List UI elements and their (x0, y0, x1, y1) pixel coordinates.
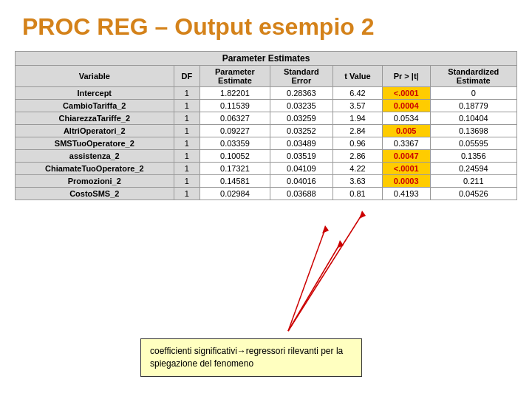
cell-variable: CostoSMS_2 (16, 188, 174, 200)
cell-stdest: 0.24594 (430, 163, 516, 175)
table-row: ChiamateTuoOperatore_2 1 0.17321 0.04109… (16, 163, 517, 175)
table-row: SMSTuoOperatore_2 1 0.03359 0.03489 0.96… (16, 137, 517, 150)
cell-param: 0.03359 (200, 137, 270, 150)
cell-variable: Intercept (16, 87, 174, 100)
page-title: PROC REG – Output esempio 2 (0, 0, 532, 48)
table-row: Intercept 1 1.82201 0.28363 6.42 <.0001 … (16, 87, 517, 100)
table-row: ChiarezzaTariffe_2 1 0.06327 0.03259 1.9… (16, 112, 517, 125)
cell-df: 1 (174, 150, 200, 163)
cell-tval: 6.42 (332, 87, 382, 100)
svg-line-2 (288, 244, 340, 331)
cell-param: 0.06327 (200, 112, 270, 125)
cell-variable: ChiarezzaTariffe_2 (16, 112, 174, 125)
cell-pval: <.0001 (382, 163, 430, 175)
cell-tval: 0.96 (332, 137, 382, 150)
cell-stdest: 0.211 (430, 175, 516, 188)
cell-stderr: 0.28363 (270, 87, 332, 100)
col-header-variable: Variable (16, 66, 174, 87)
cell-df: 1 (174, 163, 200, 175)
cell-param: 1.82201 (200, 87, 270, 100)
cell-df: 1 (174, 175, 200, 188)
cell-variable: CambioTariffa_2 (16, 100, 174, 112)
cell-pval: 0.0534 (382, 112, 430, 125)
cell-stdest: 0 (430, 87, 516, 100)
cell-param: 0.11539 (200, 100, 270, 112)
cell-variable: AltriOperatori_2 (16, 125, 174, 137)
cell-stderr: 0.03489 (270, 137, 332, 150)
col-header-pval: Pr > |t| (382, 66, 430, 87)
cell-pval: 0.0003 (382, 175, 430, 188)
cell-stderr: 0.03252 (270, 125, 332, 137)
cell-stderr: 0.03235 (270, 100, 332, 112)
svg-marker-5 (337, 240, 344, 248)
cell-param: 0.17321 (200, 163, 270, 175)
cell-tval: 3.57 (332, 100, 382, 112)
svg-line-1 (288, 214, 362, 331)
annotation-box: coefficienti significativi→regressori ri… (140, 338, 362, 377)
cell-tval: 2.84 (332, 125, 382, 137)
col-header-stdest: StandardizedEstimate (430, 66, 516, 87)
cell-pval: 0.4193 (382, 188, 430, 200)
cell-variable: ChiamateTuoOperatore_2 (16, 163, 174, 175)
cell-df: 1 (174, 188, 200, 200)
col-header-stderr: StandardError (270, 66, 332, 87)
cell-tval: 2.86 (332, 150, 382, 163)
cell-pval: 0.005 (382, 125, 430, 137)
cell-stdest: 0.04526 (430, 188, 516, 200)
svg-marker-4 (359, 211, 366, 219)
cell-param: 0.14581 (200, 175, 270, 188)
cell-stderr: 0.03259 (270, 112, 332, 125)
cell-stdest: 0.18779 (430, 100, 516, 112)
cell-df: 1 (174, 100, 200, 112)
cell-variable: assistenza_2 (16, 150, 174, 163)
col-header-tval: t Value (332, 66, 382, 87)
table-row: CambioTariffa_2 1 0.11539 0.03235 3.57 0… (16, 100, 517, 112)
cell-tval: 1.94 (332, 112, 382, 125)
cell-stderr: 0.04016 (270, 175, 332, 188)
table-super-header: Parameter Estimates (16, 52, 517, 66)
cell-df: 1 (174, 87, 200, 100)
cell-stdest: 0.05595 (430, 137, 516, 150)
svg-line-0 (288, 229, 325, 331)
parameter-estimates-table: Parameter Estimates Variable DF Paramete… (15, 51, 517, 200)
cell-df: 1 (174, 125, 200, 137)
cell-tval: 4.22 (332, 163, 382, 175)
col-header-df: DF (174, 66, 200, 87)
cell-tval: 0.81 (332, 188, 382, 200)
col-header-param: ParameterEstimate (200, 66, 270, 87)
cell-param: 0.10052 (200, 150, 270, 163)
cell-stdest: 0.1356 (430, 150, 516, 163)
cell-stderr: 0.03688 (270, 188, 332, 200)
cell-param: 0.02984 (200, 188, 270, 200)
annotation-text: coefficienti significativi→regressori ri… (150, 346, 343, 369)
cell-pval: <.0001 (382, 87, 430, 100)
table-row: AltriOperatori_2 1 0.09227 0.03252 2.84 … (16, 125, 517, 137)
cell-stderr: 0.03519 (270, 150, 332, 163)
cell-variable: SMSTuoOperatore_2 (16, 137, 174, 150)
cell-tval: 3.63 (332, 175, 382, 188)
cell-param: 0.09227 (200, 125, 270, 137)
cell-stdest: 0.10404 (430, 112, 516, 125)
cell-pval: 0.0004 (382, 100, 430, 112)
cell-df: 1 (174, 112, 200, 125)
table-container: Parameter Estimates Variable DF Paramete… (0, 51, 532, 200)
cell-variable: Promozioni_2 (16, 175, 174, 188)
cell-stderr: 0.04109 (270, 163, 332, 175)
svg-marker-3 (322, 225, 329, 233)
cell-stdest: 0.13698 (430, 125, 516, 137)
table-row: Promozioni_2 1 0.14581 0.04016 3.63 0.00… (16, 175, 517, 188)
table-row: CostoSMS_2 1 0.02984 0.03688 0.81 0.4193… (16, 188, 517, 200)
table-row: assistenza_2 1 0.10052 0.03519 2.86 0.00… (16, 150, 517, 163)
cell-df: 1 (174, 137, 200, 150)
cell-pval: 0.0047 (382, 150, 430, 163)
cell-pval: 0.3367 (382, 137, 430, 150)
